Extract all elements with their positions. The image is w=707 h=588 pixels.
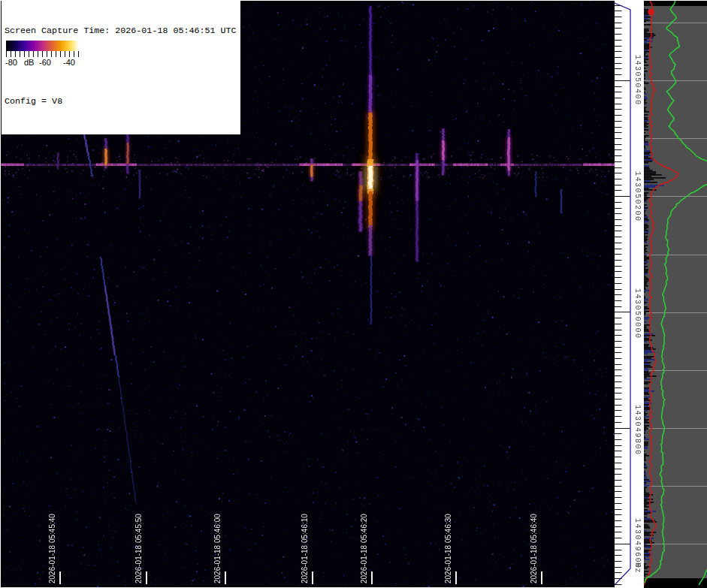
time-tick	[225, 571, 226, 584]
config-line: Config = V8	[5, 96, 237, 108]
time-tick	[59, 571, 61, 584]
frequency-unit-label: Hz	[633, 562, 642, 574]
frequency-axis-label: 143049600	[633, 518, 642, 569]
time-axis-label: 2026-01-18 05:45:40	[48, 514, 56, 583]
time-tick	[541, 571, 542, 584]
time-axis-label: 2026-01-18 05:46:20	[360, 514, 368, 583]
colorbar-unit-label: dB	[24, 58, 34, 67]
colorbar-label-max: -40	[63, 58, 75, 67]
border-left	[0, 0, 1, 588]
time-axis-label: 2026-01-18 05:46:10	[301, 514, 309, 583]
spectrum-graph-panel	[644, 0, 707, 588]
colorbar-ticks	[6, 51, 80, 57]
time-axis-label: 2026-01-18 05:46:00	[213, 514, 222, 583]
colorbar: -80 dB -60 -40	[5, 39, 83, 74]
time-axis-label: 2026-01-18 05:46:40	[530, 514, 538, 583]
time-axis-label: 2026-01-18 05:46:30	[444, 514, 452, 583]
time-tick	[312, 571, 313, 584]
time-axis-label: 2026-01-18 05:45:50	[134, 514, 143, 583]
colorbar-label-mid: -60	[39, 58, 51, 67]
frequency-axis-label: 143049800	[633, 405, 642, 456]
time-tick	[146, 571, 147, 584]
frequency-axis-label: 143050400	[633, 55, 642, 106]
frequency-axis-label: 143050000	[633, 288, 642, 339]
spectrum-lab-capture: Screen Capture Time: 2026-01-18 05:46:51…	[0, 0, 707, 588]
capture-time-line: Screen Capture Time: 2026-01-18 05:46:51…	[5, 26, 237, 38]
frequency-axis-label: 143050200	[633, 171, 642, 222]
colorbar-label-min: -80	[5, 58, 17, 67]
time-tick	[371, 571, 373, 584]
time-tick	[455, 571, 457, 584]
colorbar-gradient	[6, 41, 79, 51]
